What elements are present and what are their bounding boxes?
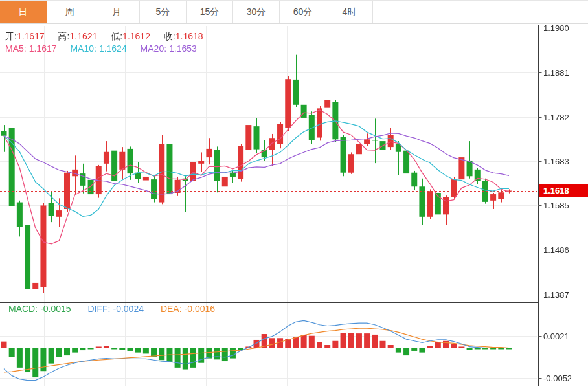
tab-4hour[interactable]: 4时 <box>326 1 373 23</box>
tab-month[interactable]: 月 <box>93 1 140 23</box>
current-price-badge: 1.1618 <box>539 184 588 197</box>
diff-value-legend: DIFF:-0.0024 <box>88 304 144 314</box>
macd-value-legend: MACD:-0.0015 <box>8 304 71 314</box>
ma20-legend: MA20:1.1653 <box>141 43 197 54</box>
macd-legend: MACD:-0.0015 DIFF:-0.0024 DEA:-0.0016 <box>8 304 229 314</box>
ma5-legend: MA5:1.1617 <box>5 43 57 54</box>
dea-value-legend: DEA:-0.0016 <box>161 304 215 314</box>
tab-day[interactable]: 日 <box>0 1 47 23</box>
ma10-legend: MA10:1.1624 <box>70 43 126 54</box>
interval-tab-bar: 日周月5分15分30分60分4时 <box>0 0 588 24</box>
low-legend: 低:1.1612 <box>111 31 150 41</box>
candlestick-macd-chart-canvas <box>0 0 588 389</box>
tab-60min[interactable]: 60分 <box>280 1 326 23</box>
open-legend: 开:1.1617 <box>5 31 45 41</box>
close-legend: 收:1.1618 <box>164 31 203 41</box>
tab-15min[interactable]: 15分 <box>187 1 233 23</box>
ohlc-legend: 开:1.1617 高:1.1621 低:1.1612 收:1.1618 <box>5 31 214 43</box>
tab-5min[interactable]: 5分 <box>140 1 187 23</box>
tab-30min[interactable]: 30分 <box>233 1 280 23</box>
high-legend: 高:1.1621 <box>58 31 98 41</box>
ma-legend: MA5:1.1617 MA10:1.1624 MA20:1.1653 <box>5 43 208 54</box>
tab-week[interactable]: 周 <box>47 1 93 23</box>
trading-chart-page: { "header": { "tabs": [ {"name":"tab-day… <box>0 0 588 389</box>
